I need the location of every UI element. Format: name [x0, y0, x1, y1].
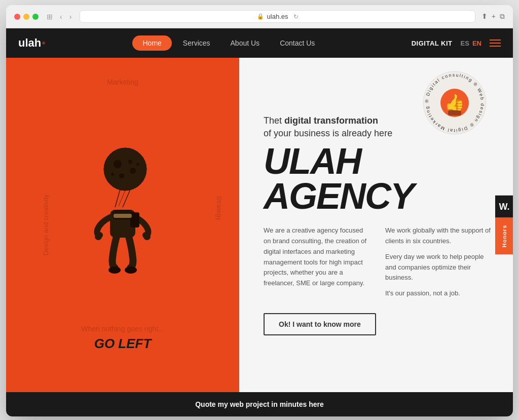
browser-window: ⊞ ‹ › 🔒 ulah.es ↻ ⬆ + ⧉ ulah® Home Servi… — [6, 5, 513, 416]
nav-right: DIGITAL KIT ES EN — [412, 40, 501, 47]
duplicate-icon[interactable]: ⧉ — [500, 12, 505, 21]
nav-logo[interactable]: ulah® — [18, 36, 45, 50]
refresh-icon[interactable]: ↻ — [293, 13, 299, 20]
nav-home-button[interactable]: Home — [132, 35, 171, 51]
lock-icon: 🔒 — [257, 13, 264, 20]
hero-desc-left: We are a creative agency focused on bran… — [264, 225, 371, 299]
svg-point-0 — [104, 148, 146, 190]
svg-point-15 — [143, 233, 151, 240]
astronaut-illustration — [67, 146, 178, 288]
logo-trademark: ® — [42, 41, 45, 46]
traffic-lights — [14, 14, 39, 20]
svg-rect-18 — [130, 212, 139, 227]
nav-services-link[interactable]: Services — [174, 35, 219, 51]
nav-contact-link[interactable]: Contact Us — [271, 35, 324, 51]
svg-rect-19 — [114, 214, 132, 218]
svg-point-14 — [95, 233, 102, 240]
nav-digital-kit[interactable]: DIGITAL KIT — [412, 40, 453, 47]
logo-text: ulah — [18, 36, 41, 50]
circular-badge: ® Digital consulting ® Web design ® Digi… — [422, 70, 488, 136]
subtitle-bold: digital transformation — [284, 116, 378, 126]
hero-section: Marketing Design and creativity Strategy — [6, 58, 513, 392]
website: ulah® Home Services About Us Contact Us … — [6, 28, 513, 416]
side-tab: W. Honors — [495, 196, 513, 255]
nav-language-switcher: ES EN — [461, 40, 481, 47]
forward-button[interactable]: › — [67, 12, 74, 22]
hero-tagline: When nothing goes right... GO LEFT — [81, 325, 164, 352]
svg-point-3 — [130, 168, 136, 174]
nav-about-link[interactable]: About Us — [221, 35, 269, 51]
hero-desc-right: We work globally with the support of cli… — [385, 225, 493, 299]
svg-text:👍: 👍 — [444, 93, 465, 112]
marketing-label: Marketing — [107, 78, 138, 86]
maximize-button[interactable] — [32, 14, 39, 20]
svg-point-16 — [108, 266, 121, 274]
svg-point-2 — [114, 160, 122, 168]
tagline-when: When nothing goes right... — [81, 325, 164, 333]
back-button[interactable]: ‹ — [58, 12, 64, 22]
design-label: Design and creativity — [42, 195, 50, 256]
close-button[interactable] — [14, 14, 20, 20]
desc-right-2: Every day we work to help people and com… — [385, 252, 493, 283]
browser-controls: ⊞ ‹ › — [45, 12, 73, 22]
browser-actions: ⬆ + ⧉ — [481, 12, 505, 21]
subtitle-end: of your business is already here — [264, 128, 392, 138]
side-tab-honors[interactable]: Honors — [495, 218, 513, 255]
new-tab-icon[interactable]: + — [492, 12, 496, 21]
hero-title-line1: ULAH — [264, 144, 493, 178]
cta-button[interactable]: Ok! I want to know more — [264, 313, 376, 335]
navigation: ulah® Home Services About Us Contact Us … — [6, 28, 513, 58]
svg-point-6 — [111, 173, 114, 176]
footer-label: Quote my web project in minutes here — [195, 400, 324, 408]
svg-point-5 — [128, 160, 132, 164]
hero-description-row: We are a creative agency focused on bran… — [264, 225, 493, 299]
nav-lang-en[interactable]: EN — [472, 40, 481, 47]
strategy-label: Strategy — [215, 196, 223, 220]
hero-left-panel: Marketing Design and creativity Strategy — [6, 58, 239, 392]
nav-lang-es[interactable]: ES — [461, 40, 469, 47]
svg-point-17 — [125, 266, 137, 274]
tagline-go-left: GO LEFT — [81, 336, 164, 352]
svg-line-10 — [123, 189, 130, 207]
hamburger-line-1 — [490, 40, 501, 41]
browser-chrome: ⊞ ‹ › 🔒 ulah.es ↻ ⬆ + ⧉ — [6, 5, 513, 28]
hamburger-line-2 — [490, 43, 501, 44]
svg-rect-24 — [448, 110, 461, 116]
footer-bar[interactable]: Quote my web project in minutes here — [6, 392, 513, 416]
hero-right-panel: ® Digital consulting ® Web design ® Digi… — [239, 58, 513, 392]
window-icon[interactable]: ⊞ — [45, 12, 55, 22]
hero-title: ULAH AGENCY — [264, 144, 493, 213]
hamburger-line-3 — [490, 46, 501, 47]
nav-center: Home Services About Us Contact Us — [132, 35, 324, 51]
share-icon[interactable]: ⬆ — [481, 12, 488, 21]
desc-right-1: We work globally with the support of cli… — [385, 225, 493, 247]
hamburger-menu[interactable] — [490, 40, 501, 47]
hero-title-line2: AGENCY — [264, 179, 493, 213]
desc-right-3: It's our passion, not a job. — [385, 288, 493, 299]
url-text: ulah.es — [267, 13, 288, 20]
svg-point-4 — [119, 173, 124, 178]
svg-point-7 — [136, 163, 139, 166]
address-bar[interactable]: 🔒 ulah.es ↻ — [80, 10, 475, 23]
side-tab-w[interactable]: W. — [495, 196, 513, 218]
desc-left-text: We are a creative agency focused on bran… — [264, 225, 371, 289]
minimize-button[interactable] — [23, 14, 29, 20]
